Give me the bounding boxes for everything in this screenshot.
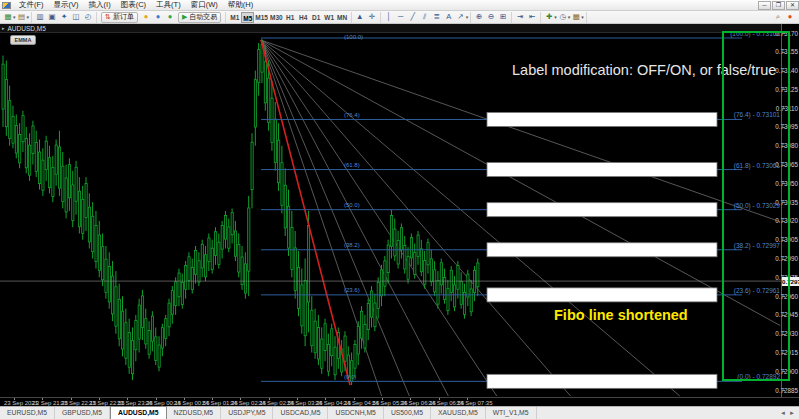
timeframe-M15-button[interactable]: M15	[254, 12, 269, 23]
templates-icon-caret[interactable]: ▾	[581, 14, 584, 20]
tab-US500[interactable]: US500,M5	[384, 407, 431, 419]
tab-scroll-left[interactable]: ◄	[780, 410, 786, 416]
trendline-icon[interactable]: ╱	[408, 12, 418, 22]
metaeditor-icon[interactable]: ●	[141, 12, 151, 22]
timeframe-H4-button[interactable]: H4	[297, 12, 310, 23]
menu-文件[interactable]: 文件(F)	[14, 0, 49, 9]
auto-scroll-icon[interactable]: ⇥	[515, 12, 525, 22]
new-order-button-icon: ⇅	[105, 13, 111, 21]
fan-line-3[interactable]	[261, 40, 497, 396]
emma-indicator-button[interactable]: EMMA	[10, 35, 36, 45]
white-label-box[interactable]	[487, 243, 717, 257]
tab-EURUSD[interactable]: EURUSD,M5	[0, 407, 55, 419]
market-icon[interactable]: ●	[165, 12, 175, 22]
candle-body	[88, 207, 90, 242]
arrows-icon[interactable]: ↗	[456, 12, 466, 22]
white-label-box[interactable]	[487, 203, 717, 217]
time-axis[interactable]: 23 Sep 202123 Sep 21:3523 Sep 22:1523 Se…	[0, 397, 799, 406]
candle-body	[178, 273, 180, 297]
menu-图表[interactable]: 图表(C)	[116, 0, 151, 9]
candle-body	[112, 276, 114, 314]
candle-body	[95, 225, 97, 261]
mql-community-icon[interactable]: ●	[785, 12, 795, 22]
timeframe-D1-button[interactable]: D1	[310, 12, 323, 23]
cursor-icon[interactable]: ▲	[355, 12, 365, 22]
search-icon[interactable]: ⌕	[773, 12, 783, 22]
data-window-icon[interactable]: ▣	[47, 12, 57, 22]
fan-line-6[interactable]	[261, 40, 780, 325]
tab-USDCAD[interactable]: USDCAD,M5	[273, 407, 328, 419]
candle-body	[344, 336, 346, 361]
candle-body	[354, 344, 356, 368]
candle-body	[390, 216, 392, 247]
text-icon[interactable]: A	[444, 12, 454, 22]
white-label-box[interactable]	[487, 288, 717, 302]
tab-WTI_V1[interactable]: WTI_V1,M5	[486, 407, 537, 419]
timeframe-H1-button[interactable]: H1	[284, 12, 297, 23]
profiles-icon[interactable]: ▤	[17, 12, 27, 22]
candle-body	[324, 324, 326, 351]
candle-body	[92, 216, 94, 252]
timeframe-W1-button[interactable]: W1	[323, 12, 336, 23]
candle-body	[214, 232, 216, 256]
indicators-icon-caret[interactable]: ▾	[554, 14, 557, 20]
menu-工具[interactable]: 工具(T)	[151, 0, 186, 9]
tab-XAUUSD[interactable]: XAUUSD,M5	[431, 407, 486, 419]
chart-shift-icon[interactable]: ⇤	[527, 12, 537, 22]
candle-body	[65, 178, 67, 212]
candle-body	[228, 227, 230, 248]
time-axis-tick	[439, 398, 440, 400]
tab-GBPUSD[interactable]: GBPUSD,M5	[55, 407, 110, 419]
zoom-out-icon[interactable]: ⊖	[486, 12, 496, 22]
candle-body	[248, 208, 250, 271]
menu-插入[interactable]: 插入(I)	[84, 0, 116, 9]
white-label-box[interactable]	[487, 163, 717, 177]
horizontal-line-icon[interactable]: ─	[396, 12, 406, 22]
tab-scroll-right[interactable]: ►	[789, 410, 795, 416]
zoom-in-icon[interactable]: ⊕	[474, 12, 484, 22]
strategy-tester-icon[interactable]: ◴	[83, 12, 93, 22]
candle-body	[201, 244, 203, 268]
terminal-icon[interactable]: ◫	[71, 12, 81, 22]
navigator-icon[interactable]: ✦	[59, 12, 69, 22]
arrows-icon-caret[interactable]: ▾	[466, 14, 469, 20]
new-chart-icon-caret[interactable]: ▾	[13, 14, 16, 20]
templates-icon[interactable]: ▦	[571, 12, 581, 22]
chart-plot[interactable]: (100.0)(76.4)(61.8)(50.0)(38.2)(23.6)(0.…	[0, 33, 781, 397]
menu-窗口[interactable]: 窗口(W)	[186, 0, 223, 9]
tab-USDCNH[interactable]: USDCNH,M5	[328, 407, 383, 419]
candle-body	[102, 247, 104, 280]
minimize-button[interactable]: ─	[758, 1, 771, 10]
candle-body	[25, 139, 27, 168]
fibonacci-icon[interactable]: ≣	[432, 12, 442, 22]
market-watch-icon[interactable]: ▥	[35, 12, 45, 22]
one-click-trading-icon[interactable]: ▸	[2, 25, 5, 31]
periods-icon[interactable]: ◷	[558, 12, 568, 22]
vertical-line-icon[interactable]: │	[384, 12, 394, 22]
tile-windows-icon[interactable]: ⊞	[498, 12, 508, 22]
restore-button[interactable]: ❐	[772, 1, 785, 10]
close-button[interactable]: ✕	[786, 1, 799, 10]
community-icon[interactable]: ●	[153, 12, 163, 22]
crosshair-icon[interactable]: ✛	[367, 12, 377, 22]
tab-NZDUSD[interactable]: NZDUSD,M5	[167, 407, 222, 419]
new-chart-icon[interactable]: ▦	[3, 12, 13, 22]
menu-帮助[interactable]: 帮助(H)	[223, 0, 258, 9]
menu-显示[interactable]: 显示(V)	[49, 0, 84, 9]
timeframe-M1-button[interactable]: M1	[228, 12, 241, 23]
white-label-box[interactable]	[487, 112, 717, 126]
green-rectangle-object[interactable]	[722, 31, 790, 381]
new-order-button[interactable]: ⇅新订单	[101, 12, 138, 23]
tab-AUDUSD[interactable]: AUDUSD,M5	[110, 406, 166, 419]
periods-icon-caret[interactable]: ▾	[568, 14, 571, 20]
profiles-icon-caret[interactable]: ▾	[27, 14, 30, 20]
timeframe-M5-button[interactable]: M5	[241, 12, 254, 23]
time-axis-tick	[127, 398, 128, 400]
tab-USDJPY[interactable]: USDJPY,M5	[221, 407, 273, 419]
timeframe-M30-button[interactable]: M30	[269, 12, 284, 23]
timeframe-MN-button[interactable]: MN	[336, 12, 349, 23]
autotrade-button[interactable]: ▶自动交易	[178, 12, 221, 23]
channel-icon[interactable]: ⫽	[420, 12, 430, 22]
indicators-icon[interactable]: ✚	[544, 12, 554, 22]
white-label-box[interactable]	[487, 374, 717, 388]
